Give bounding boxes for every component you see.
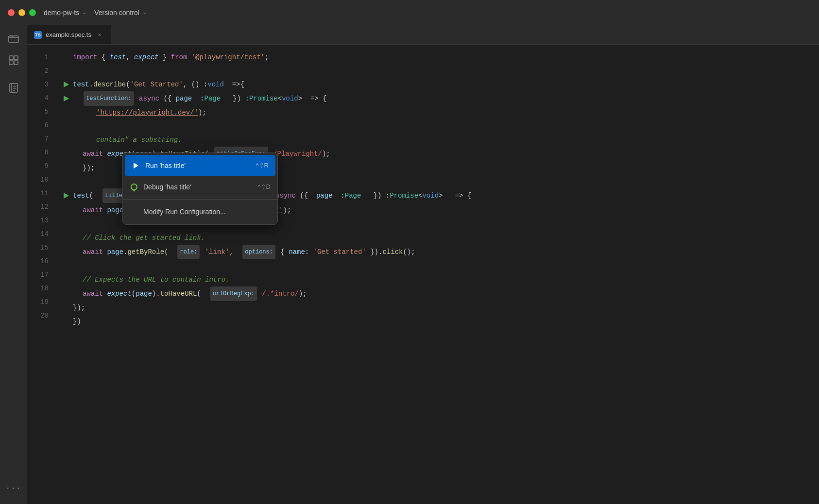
code-line-1: import { test, expect } from '@playwrigh… [56, 50, 819, 64]
vc-label: Version control [94, 9, 139, 17]
run-gutter-13 [60, 219, 71, 230]
run-gutter-6 [60, 121, 71, 132]
close-button[interactable] [8, 9, 15, 16]
menu-item-run-shortcut: ^⇧R [256, 159, 269, 172]
tab-ts-icon: TS [34, 31, 42, 39]
editor-area: TS example.spec.ts × 1 2 3 4 5 6 7 8 9 1… [27, 25, 819, 504]
run-gutter-1 [60, 52, 71, 63]
svg-rect-2 [14, 56, 18, 60]
code-line-19: }); [56, 301, 819, 315]
code-line-7: contain" a substring. [56, 133, 819, 147]
svg-rect-6 [12, 84, 17, 92]
sidebar-icon-extensions[interactable] [4, 50, 23, 70]
run-gutter-12 [60, 205, 71, 216]
run-gutter-17 [60, 274, 71, 285]
version-control-title[interactable]: Version control ⌄ [94, 9, 147, 17]
menu-item-debug-shortcut: ^⇧D [258, 180, 271, 194]
project-name: demo-pw-ts [44, 9, 79, 17]
context-menu: Run 'has title' ^⇧R Debug 'has title' ^⇧… [122, 152, 278, 225]
code-area[interactable]: import { test, expect } from '@playwrigh… [56, 45, 819, 504]
run-gutter-20 [60, 316, 71, 327]
title-bar: demo-pw-ts ⌄ Version control ⌄ [0, 0, 819, 25]
code-line-14: // Click the get started link. [56, 231, 819, 245]
line-numbers: 1 2 3 4 5 6 7 8 9 10 11 12 13 14 15 16 1… [27, 45, 56, 504]
run-gutter-2 [60, 66, 71, 76]
menu-item-debug[interactable]: Debug 'has title' ^⇧D [123, 176, 277, 198]
code-line-4: testFunction: async ({ page :Page }) :Pr… [56, 91, 819, 106]
minimize-button[interactable] [18, 9, 25, 16]
editor-content: 1 2 3 4 5 6 7 8 9 10 11 12 13 14 15 16 1… [27, 45, 819, 504]
debug-icon [130, 183, 138, 191]
menu-item-modify-label: Modify Run Configuration... [143, 205, 271, 218]
main-layout: ··· TS example.spec.ts × 1 2 3 4 5 6 7 8 [0, 25, 819, 504]
maximize-button[interactable] [29, 9, 36, 16]
run-gutter-10 [60, 176, 71, 187]
run-gutter-3[interactable] [60, 79, 71, 90]
menu-item-run[interactable]: Run 'has title' ^⇧R [125, 155, 275, 176]
sidebar-icon-more[interactable]: ··· [4, 479, 23, 498]
modify-icon [130, 207, 138, 216]
sidebar-divider [6, 74, 21, 74]
code-line-15: await page.getByRole( role: 'link', opti… [56, 245, 819, 259]
menu-item-run-label: Run 'has title' [145, 159, 251, 172]
menu-item-debug-label: Debug 'has title' [143, 180, 253, 194]
project-title[interactable]: demo-pw-ts ⌄ [44, 9, 86, 17]
sidebar-icon-folder[interactable] [4, 29, 23, 49]
menu-divider [123, 199, 277, 200]
svg-rect-1 [9, 56, 13, 60]
code-line-17: // Expects the URL to contain intro. [56, 273, 819, 286]
svg-rect-3 [9, 61, 13, 65]
traffic-lights [8, 9, 36, 16]
run-gutter-9 [60, 163, 71, 173]
code-line-6 [56, 119, 819, 133]
tab-label: example.spec.ts [46, 31, 91, 38]
run-gutter-18 [60, 288, 71, 299]
run-gutter-5 [60, 107, 71, 118]
tab-bar: TS example.spec.ts × [27, 25, 819, 45]
run-gutter-8 [60, 149, 71, 159]
code-line-2 [56, 64, 819, 78]
run-icon [132, 161, 140, 170]
menu-item-modify[interactable]: Modify Run Configuration... [123, 201, 277, 222]
run-gutter-15 [60, 247, 71, 257]
svg-rect-0 [9, 36, 18, 43]
vc-chevron: ⌄ [142, 9, 147, 16]
code-line-18: await expect(page).toHaveURL( urlOrRegEx… [56, 286, 819, 301]
code-line-20: }) [56, 315, 819, 328]
sidebar: ··· [0, 25, 27, 504]
tab-example-spec[interactable]: TS example.spec.ts × [27, 25, 111, 44]
more-dots: ··· [6, 484, 21, 493]
run-gutter-14 [60, 233, 71, 243]
code-line-3: test.describe('Get Started', () :void =>… [56, 78, 819, 91]
run-gutter-11[interactable] [60, 190, 71, 201]
project-chevron: ⌄ [82, 9, 86, 16]
code-line-16 [56, 259, 819, 273]
run-gutter-4[interactable] [60, 93, 71, 104]
tab-close-button[interactable]: × [95, 31, 104, 39]
svg-rect-4 [14, 61, 18, 65]
run-gutter-16 [60, 261, 71, 271]
sidebar-icon-explorer[interactable] [4, 78, 23, 98]
run-gutter-7 [60, 134, 71, 145]
run-gutter-19 [60, 302, 71, 313]
code-line-5: 'https://playwright.dev/'); [56, 106, 819, 119]
